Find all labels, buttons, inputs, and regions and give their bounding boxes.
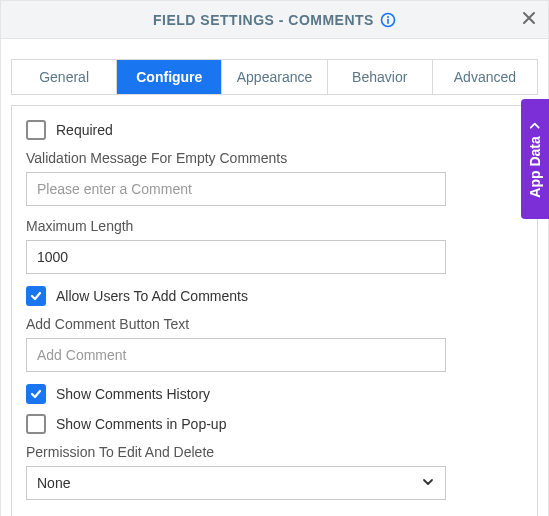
chevron-left-icon xyxy=(527,120,543,130)
show-popup-checkbox[interactable] xyxy=(26,414,46,434)
permission-label: Permission To Edit And Delete xyxy=(26,444,523,460)
dialog-header: FIELD SETTINGS - COMMENTS xyxy=(1,1,548,39)
show-history-checkbox[interactable] xyxy=(26,384,46,404)
max-length-label: Maximum Length xyxy=(26,218,523,234)
show-history-label: Show Comments History xyxy=(56,386,210,402)
allow-add-comments-label: Allow Users To Add Comments xyxy=(56,288,248,304)
tab-bar: General Configure Appearance Behavior Ad… xyxy=(11,59,538,95)
app-data-side-tab[interactable]: App Data xyxy=(521,99,549,219)
required-checkbox[interactable] xyxy=(26,120,46,140)
configure-panel: Required Validation Message For Empty Co… xyxy=(11,105,538,516)
button-text-input[interactable] xyxy=(26,338,446,372)
info-icon[interactable] xyxy=(380,12,396,28)
validation-msg-label: Validation Message For Empty Comments xyxy=(26,150,523,166)
tab-appearance[interactable]: Appearance xyxy=(222,60,327,94)
chevron-down-icon xyxy=(421,475,435,492)
required-label: Required xyxy=(56,122,113,138)
tab-advanced[interactable]: Advanced xyxy=(433,60,537,94)
tab-general[interactable]: General xyxy=(12,60,117,94)
field-settings-dialog: FIELD SETTINGS - COMMENTS General Config… xyxy=(0,0,549,516)
dialog-title-text: FIELD SETTINGS - COMMENTS xyxy=(153,12,374,28)
permission-select-value: None xyxy=(37,475,70,491)
app-data-label: App Data xyxy=(527,136,543,197)
tab-configure[interactable]: Configure xyxy=(117,60,222,94)
close-button[interactable] xyxy=(520,9,538,30)
validation-msg-input[interactable] xyxy=(26,172,446,206)
button-text-label: Add Comment Button Text xyxy=(26,316,523,332)
max-length-input[interactable] xyxy=(26,240,446,274)
svg-rect-2 xyxy=(387,18,389,23)
dialog-title: FIELD SETTINGS - COMMENTS xyxy=(153,12,396,28)
allow-add-comments-checkbox[interactable] xyxy=(26,286,46,306)
show-popup-label: Show Comments in Pop-up xyxy=(56,416,226,432)
svg-point-1 xyxy=(387,16,389,18)
tab-behavior[interactable]: Behavior xyxy=(328,60,433,94)
permission-select[interactable]: None xyxy=(26,466,446,500)
